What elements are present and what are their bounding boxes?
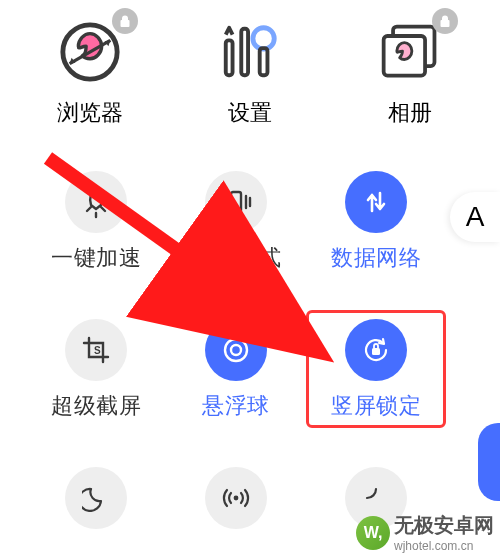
svg-text:S: S	[94, 345, 101, 356]
svg-rect-1	[226, 40, 233, 75]
qs-floatball[interactable]: 悬浮球	[166, 310, 306, 428]
qs-night-mode[interactable]	[26, 458, 166, 546]
side-handle[interactable]	[478, 423, 500, 501]
watermark-logo-icon: W,	[356, 516, 390, 550]
target-icon	[205, 319, 267, 381]
vibrate-icon	[205, 171, 267, 233]
app-browser[interactable]: 浏览器	[30, 20, 150, 128]
apps-row: 浏览器 设置 相册	[0, 0, 500, 138]
rotation-lock-icon	[345, 319, 407, 381]
svg-rect-2	[241, 29, 248, 76]
data-arrows-icon	[345, 171, 407, 233]
qs-hotspot[interactable]	[166, 458, 306, 546]
qs-label: 竖屏锁定	[331, 391, 421, 421]
rocket-icon	[65, 171, 127, 233]
app-gallery[interactable]: 相册	[350, 20, 470, 128]
app-label: 设置	[228, 98, 272, 128]
svg-rect-4	[260, 48, 268, 75]
qs-label: 一键加速	[51, 243, 141, 273]
gallery-icon	[378, 20, 442, 84]
browser-icon	[58, 20, 122, 84]
svg-rect-7	[231, 192, 241, 212]
svg-point-9	[225, 339, 247, 361]
qs-label: 悬浮球	[202, 391, 270, 421]
settings-icon	[218, 20, 282, 84]
qs-data[interactable]: 数据网络	[306, 162, 446, 280]
qs-label: 超级截屏	[51, 391, 141, 421]
side-indicator[interactable]: A	[450, 192, 500, 242]
quick-settings-panel: 一键加速 振动模式 数据网络 S 超级截屏 悬浮球	[0, 138, 500, 546]
qs-label: 振动模式	[191, 243, 281, 273]
watermark-url: wjhotel.com.cn	[394, 539, 494, 553]
app-label: 相册	[388, 98, 432, 128]
lock-icon	[112, 8, 138, 34]
svg-point-12	[234, 496, 239, 501]
app-label: 浏览器	[57, 98, 123, 128]
lock-icon	[432, 8, 458, 34]
watermark: W, 无极安卓网 wjhotel.com.cn	[356, 512, 494, 553]
svg-point-10	[231, 345, 241, 355]
qs-label: 数据网络	[331, 243, 421, 273]
watermark-title: 无极安卓网	[394, 512, 494, 539]
hotspot-icon	[205, 467, 267, 529]
app-settings[interactable]: 设置	[190, 20, 310, 128]
qs-portrait-lock[interactable]: 竖屏锁定	[306, 310, 446, 428]
qs-vibrate[interactable]: 振动模式	[166, 162, 306, 280]
moon-icon	[65, 467, 127, 529]
qs-boost[interactable]: 一键加速	[26, 162, 166, 280]
svg-point-3	[253, 28, 274, 49]
qs-screenshot[interactable]: S 超级截屏	[26, 310, 166, 428]
crop-icon: S	[65, 319, 127, 381]
svg-rect-11	[372, 348, 380, 355]
